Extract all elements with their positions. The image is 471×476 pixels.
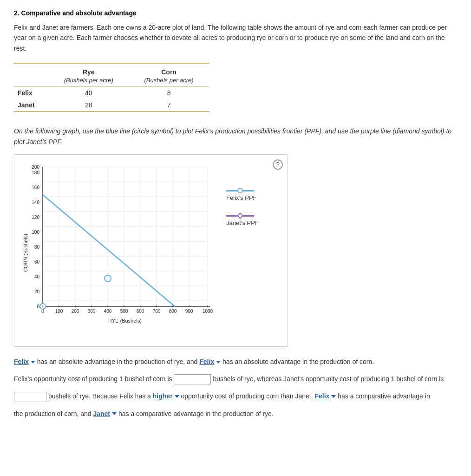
qa-line4-text2: has a comparative advantage in the produ… xyxy=(118,410,274,417)
qa-line-1: Felix has an absolute advantage in the p… xyxy=(14,356,457,368)
row-name: Felix xyxy=(14,87,48,99)
qa-section: Felix has an absolute advantage in the p… xyxy=(14,356,457,420)
row-rye: 28 xyxy=(48,99,129,112)
qa-line4-text1: the production of corn, and xyxy=(14,410,93,417)
janet-legend-item: Janet’s PPF xyxy=(226,215,259,226)
qa-line2-middle: bushels of rye, whereas Janet's opportun… xyxy=(213,375,444,383)
table-row: Janet 28 7 xyxy=(14,99,209,112)
felix-legend-item: Felix’s PPF xyxy=(226,190,259,201)
chart-svg: CORN (Bushels) xyxy=(22,162,217,339)
intro-text: Felix and Janet are farmers. Each one ow… xyxy=(14,22,457,53)
svg-text:1000: 1000 xyxy=(203,309,213,314)
svg-point-49 xyxy=(105,275,111,282)
felix-legend-line xyxy=(226,190,254,192)
svg-text:120: 120 xyxy=(32,215,39,220)
svg-text:500: 500 xyxy=(120,309,128,314)
qa-text-2: has an absolute advantage in the product… xyxy=(222,358,374,365)
svg-text:900: 900 xyxy=(185,309,193,314)
qa-line-4: the production of corn, and Janet has a … xyxy=(14,408,457,420)
data-table-wrapper: Rye Corn (Bushels per acre) (Bushels per… xyxy=(14,63,209,112)
col1-sub: (Bushels per acre) xyxy=(48,77,129,87)
graph-container: ? CORN (Bushels) xyxy=(14,154,288,347)
svg-text:40: 40 xyxy=(34,274,40,279)
svg-text:600: 600 xyxy=(137,309,144,314)
felix-legend-label: Felix’s PPF xyxy=(226,194,257,201)
janet-opportunity-cost-input[interactable] xyxy=(14,392,46,402)
svg-text:0: 0 xyxy=(37,304,39,309)
qa-line3-text1: bushels of rye. Because Felix has a xyxy=(48,392,153,400)
svg-text:80: 80 xyxy=(34,245,40,250)
felix-opportunity-cost-input[interactable] xyxy=(174,374,211,384)
svg-text:60: 60 xyxy=(34,259,40,264)
higher-dropdown[interactable]: higher xyxy=(153,390,179,402)
svg-text:CORN (Bushels): CORN (Bushels) xyxy=(23,234,28,272)
svg-text:300: 300 xyxy=(88,309,96,314)
dropdown-arrow-5 xyxy=(112,412,117,415)
svg-text:160: 160 xyxy=(32,185,39,190)
col1-header: Rye xyxy=(48,67,129,77)
janet-legend-label: Janet’s PPF xyxy=(226,219,259,226)
svg-text:200: 200 xyxy=(72,309,79,314)
dropdown-arrow-2 xyxy=(216,361,221,364)
dropdown-arrow-4 xyxy=(331,395,336,398)
col2-header: Corn xyxy=(129,67,209,77)
row-corn: 8 xyxy=(129,87,209,99)
row-corn: 7 xyxy=(129,99,209,112)
felix-dropdown-1[interactable]: Felix xyxy=(14,356,35,368)
felix-dropdown-2[interactable]: Felix xyxy=(199,356,221,368)
graph-instruction: On the following graph, use the blue lin… xyxy=(14,126,457,147)
dropdown-arrow-3 xyxy=(175,395,179,398)
janet-dropdown[interactable]: Janet xyxy=(93,408,117,420)
qa-text-1: has an absolute advantage in the product… xyxy=(37,358,199,365)
svg-text:100: 100 xyxy=(32,230,39,235)
dropdown-arrow-1 xyxy=(31,361,35,364)
svg-text:800: 800 xyxy=(169,309,177,314)
data-table: Rye Corn (Bushels per acre) (Bushels per… xyxy=(14,63,209,112)
section-title: 2. Comparative and absolute advantage xyxy=(14,9,457,17)
svg-text:100: 100 xyxy=(55,309,63,314)
row-name: Janet xyxy=(14,99,48,112)
svg-text:200: 200 xyxy=(32,165,39,170)
svg-text:400: 400 xyxy=(104,309,112,314)
felix-dropdown-3[interactable]: Felix xyxy=(314,390,336,402)
svg-text:180: 180 xyxy=(32,170,39,175)
qa-line3-text2: opportunity cost of producing corn than … xyxy=(181,392,314,400)
chart-area: CORN (Bushels) xyxy=(22,162,217,339)
row-rye: 40 xyxy=(48,87,129,99)
svg-text:RYE (Bushels): RYE (Bushels) xyxy=(108,318,142,324)
help-icon[interactable]: ? xyxy=(273,159,283,170)
table-row: Felix 40 8 xyxy=(14,87,209,99)
col2-sub: (Bushels per acre) xyxy=(129,77,209,87)
qa-line2-prefix: Felix’s opportunity cost of producing 1 … xyxy=(14,375,172,383)
legend-area: Felix’s PPF Janet’s PPF xyxy=(226,162,259,226)
svg-text:140: 140 xyxy=(32,200,39,205)
qa-line-2: Felix’s opportunity cost of producing 1 … xyxy=(14,373,457,385)
qa-line-3: bushels of rye. Because Felix has a high… xyxy=(14,390,457,402)
svg-text:700: 700 xyxy=(153,309,161,314)
qa-line3-text3: has a comparative advantage in xyxy=(338,392,430,400)
svg-text:20: 20 xyxy=(34,289,40,294)
janet-legend-line xyxy=(226,215,254,217)
